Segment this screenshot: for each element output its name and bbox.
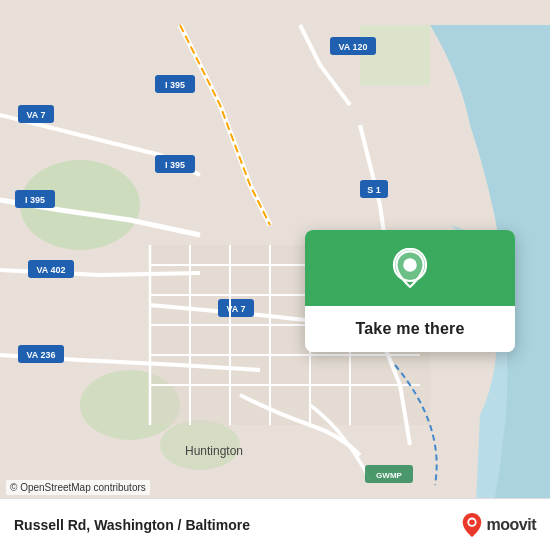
svg-text:VA 236: VA 236 (26, 350, 55, 360)
svg-text:GWMP: GWMP (376, 471, 402, 480)
popup-tail (400, 351, 420, 352)
svg-text:VA 7: VA 7 (26, 110, 45, 120)
svg-text:VA 120: VA 120 (338, 42, 367, 52)
attribution-text: © OpenStreetMap contributors (10, 482, 146, 493)
location-pin-icon (388, 248, 432, 292)
svg-point-44 (469, 519, 475, 525)
osm-attribution: © OpenStreetMap contributors (6, 480, 150, 495)
bottom-bar: Russell Rd, Washington / Baltimore moovi… (0, 498, 550, 550)
moovit-brand-text: moovit (487, 516, 536, 534)
moovit-logo: moovit (461, 512, 536, 538)
svg-text:I 395: I 395 (165, 80, 185, 90)
map-container: I 395 VA 7 VA 120 I 395 VA 402 S 1 VA 7 … (0, 0, 550, 550)
svg-text:I 395: I 395 (25, 195, 45, 205)
svg-point-42 (403, 258, 417, 272)
take-me-there-button[interactable]: Take me there (305, 306, 515, 352)
svg-text:VA 402: VA 402 (36, 265, 65, 275)
location-name: Russell Rd, Washington / Baltimore (14, 517, 250, 533)
svg-text:I 395: I 395 (165, 160, 185, 170)
popup-card: Take me there (305, 230, 515, 352)
moovit-logo-icon (461, 512, 483, 538)
svg-text:Huntington: Huntington (185, 444, 243, 458)
popup-header (305, 230, 515, 306)
svg-text:S 1: S 1 (367, 185, 381, 195)
